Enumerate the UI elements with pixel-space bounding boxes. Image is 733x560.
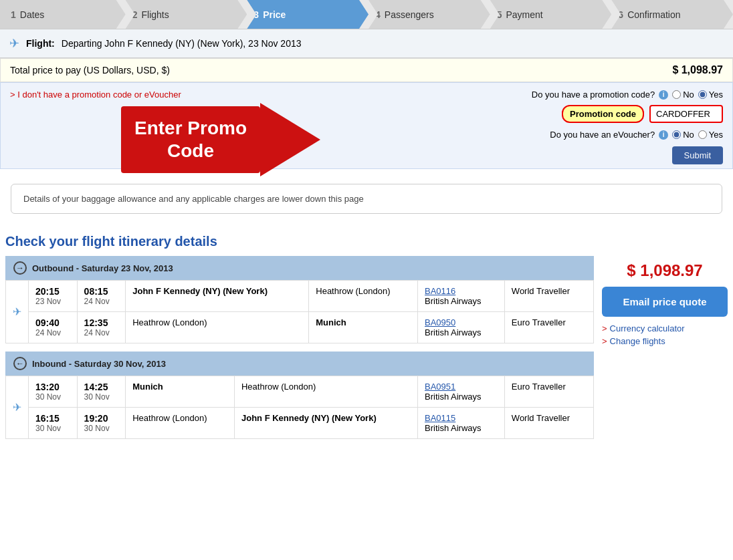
promo-controls: Do you have a promotion code? i No Yes P… bbox=[532, 90, 723, 164]
table-row: 09:40 24 Nov 12:35 24 Nov Heathrow (Lond… bbox=[6, 312, 594, 343]
evoucher-row: Do you have an eVoucher? i No Yes bbox=[532, 130, 723, 140]
itinerary-left: → Outbound - Saturday 23 Nov, 2013 ✈ 20:… bbox=[5, 256, 594, 447]
total-price-label: Total price to pay (US Dollars, USD, $) bbox=[10, 65, 170, 76]
evoucher-yes-label[interactable]: Yes bbox=[698, 130, 723, 140]
itinerary-price: $ 1,098.97 bbox=[602, 261, 728, 280]
arrive-time-3: 14:25 30 Nov bbox=[77, 376, 126, 408]
promo-yes-label[interactable]: Yes bbox=[698, 90, 723, 100]
step-label-passengers: Passengers bbox=[385, 9, 434, 20]
outbound-arrow-icon: → bbox=[13, 261, 27, 275]
cabin-3: Euro Traveller bbox=[504, 376, 593, 408]
flight-num-link-2[interactable]: BA0950 bbox=[425, 317, 455, 327]
step-label-confirmation: Confirmation bbox=[627, 9, 680, 20]
promo-no-label[interactable]: No bbox=[672, 90, 694, 100]
currency-calc-link[interactable]: Currency calculator bbox=[602, 323, 728, 333]
total-price-bar: Total price to pay (US Dollars, USD, $) … bbox=[0, 58, 733, 82]
inbound-header: ← Inbound - Saturday 30 Nov, 2013 bbox=[5, 352, 594, 376]
flight-header: ✈ Flight: Departing John F Kennedy (NY) … bbox=[0, 29, 733, 58]
email-quote-button[interactable]: Email price quote bbox=[602, 287, 728, 317]
promo-no-radio[interactable] bbox=[672, 90, 681, 99]
right-links: Currency calculator Change flights bbox=[602, 323, 728, 346]
step-label-price: Price bbox=[263, 9, 286, 20]
evoucher-no-radio[interactable] bbox=[672, 130, 681, 139]
big-arrow-icon bbox=[260, 103, 320, 176]
step-num-4: 4 bbox=[375, 9, 381, 20]
step-label-flights: Flights bbox=[141, 9, 169, 20]
step-num-1: 1 bbox=[11, 9, 16, 20]
step-num-3: 3 bbox=[253, 9, 259, 20]
cabin-1: World Traveller bbox=[504, 281, 593, 312]
itinerary-title: Check your flight itinerary details bbox=[5, 234, 728, 249]
itinerary-wrapper: → Outbound - Saturday 23 Nov, 2013 ✈ 20:… bbox=[5, 256, 728, 447]
origin-4: Heathrow (London) bbox=[126, 408, 235, 439]
outbound-header-label: Outbound - Saturday 23 Nov, 2013 bbox=[32, 263, 173, 273]
plane-cell-2: ✈ bbox=[6, 376, 29, 439]
step-payment[interactable]: 5 Payment bbox=[490, 0, 612, 29]
cabin-2: Euro Traveller bbox=[504, 312, 593, 343]
flight-num-link-1[interactable]: BA0116 bbox=[425, 286, 455, 296]
total-price-value: $ 1,098.97 bbox=[672, 64, 723, 76]
origin-1: John F Kennedy (NY) (New York) bbox=[126, 281, 309, 312]
table-row: ✈ 20:15 23 Nov 08:15 24 Nov John F Kenne… bbox=[6, 281, 594, 312]
baggage-notice: Details of your baggage allowance and an… bbox=[11, 184, 722, 214]
flight-info-1: BA0116 British Airways bbox=[418, 281, 505, 312]
change-flights-link[interactable]: Change flights bbox=[602, 336, 728, 346]
flight-detail: Departing John F Kennedy (NY) (New York)… bbox=[62, 38, 302, 49]
promo-info-icon[interactable]: i bbox=[659, 90, 668, 100]
depart-time-3: 13:20 30 Nov bbox=[29, 376, 78, 408]
step-label-payment: Payment bbox=[506, 9, 542, 20]
itinerary-right-panel: $ 1,098.97 Email price quote Currency ca… bbox=[594, 256, 728, 447]
step-num-6: 6 bbox=[618, 9, 623, 20]
evoucher-info-icon[interactable]: i bbox=[659, 130, 668, 140]
dest-4: John F Kennedy (NY) (New York) bbox=[234, 408, 417, 439]
cabin-4: World Traveller bbox=[504, 408, 593, 439]
origin-3: Munich bbox=[126, 376, 235, 408]
promo-question-label: Do you have a promotion code? bbox=[532, 90, 655, 100]
depart-time-1: 20:15 23 Nov bbox=[29, 281, 78, 312]
arrow-text: Enter Promo Code bbox=[121, 106, 260, 172]
inbound-header-label: Inbound - Saturday 30 Nov, 2013 bbox=[32, 359, 166, 369]
dest-2: Munich bbox=[309, 312, 418, 343]
outbound-header: → Outbound - Saturday 23 Nov, 2013 bbox=[5, 256, 594, 280]
depart-time-2: 09:40 24 Nov bbox=[29, 312, 78, 343]
step-label-dates: Dates bbox=[20, 9, 45, 20]
outbound-group: → Outbound - Saturday 23 Nov, 2013 ✈ 20:… bbox=[5, 256, 594, 343]
flight-info-4: BA0115 British Airways bbox=[418, 408, 505, 439]
submit-button[interactable]: Submit bbox=[672, 146, 723, 164]
no-promo-link[interactable]: I don't have a promotion code or eVouche… bbox=[10, 90, 181, 100]
step-passengers[interactable]: 4 Passengers bbox=[369, 0, 490, 29]
depart-time-4: 16:15 30 Nov bbox=[29, 408, 78, 439]
step-price[interactable]: 3 Price bbox=[247, 0, 369, 29]
flight-info-2: BA0950 British Airways bbox=[418, 312, 505, 343]
promo-yes-radio[interactable] bbox=[698, 90, 707, 99]
flight-label: Flight: bbox=[26, 38, 55, 49]
table-row: 16:15 30 Nov 19:20 30 Nov Heathrow (Lond… bbox=[6, 408, 594, 439]
promo-question-row: Do you have a promotion code? i No Yes bbox=[532, 90, 723, 100]
itinerary-section: Check your flight itinerary details → Ou… bbox=[0, 229, 733, 452]
promo-section: I don't have a promotion code or eVouche… bbox=[0, 82, 733, 169]
step-flights[interactable]: 2 Flights bbox=[126, 0, 247, 29]
flight-num-link-4[interactable]: BA0115 bbox=[425, 413, 455, 423]
dest-1: Heathrow (London) bbox=[309, 281, 418, 312]
promo-code-label: Promotion code bbox=[562, 105, 644, 123]
promo-code-input[interactable] bbox=[649, 105, 723, 123]
step-dates[interactable]: 1 Dates bbox=[0, 0, 126, 29]
flight-num-link-3[interactable]: BA0951 bbox=[425, 382, 455, 392]
origin-2: Heathrow (London) bbox=[126, 312, 309, 343]
evoucher-yes-radio[interactable] bbox=[698, 130, 707, 139]
table-row: ✈ 13:20 30 Nov 14:25 30 Nov Munich Heath… bbox=[6, 376, 594, 408]
plane-icon: ✈ bbox=[9, 36, 19, 51]
arrive-time-1: 08:15 24 Nov bbox=[77, 281, 126, 312]
step-num-2: 2 bbox=[132, 9, 138, 20]
arrive-time-2: 12:35 24 Nov bbox=[77, 312, 126, 343]
inbound-flights-table: ✈ 13:20 30 Nov 14:25 30 Nov Munich Heath… bbox=[5, 376, 594, 439]
step-confirmation[interactable]: 6 Confirmation bbox=[611, 0, 733, 29]
inbound-arrow-icon: ← bbox=[13, 357, 27, 370]
promo-code-row: Promotion code bbox=[532, 105, 723, 123]
step-num-5: 5 bbox=[497, 9, 502, 20]
evoucher-no-label[interactable]: No bbox=[672, 130, 694, 140]
outbound-flights-table: ✈ 20:15 23 Nov 08:15 24 Nov John F Kenne… bbox=[5, 280, 594, 343]
evoucher-question-label: Do you have an eVoucher? bbox=[550, 130, 655, 140]
step-navigation: 1 Dates 2 Flights 3 Price 4 Passengers 5… bbox=[0, 0, 733, 29]
flight-info-3: BA0951 British Airways bbox=[418, 376, 505, 408]
